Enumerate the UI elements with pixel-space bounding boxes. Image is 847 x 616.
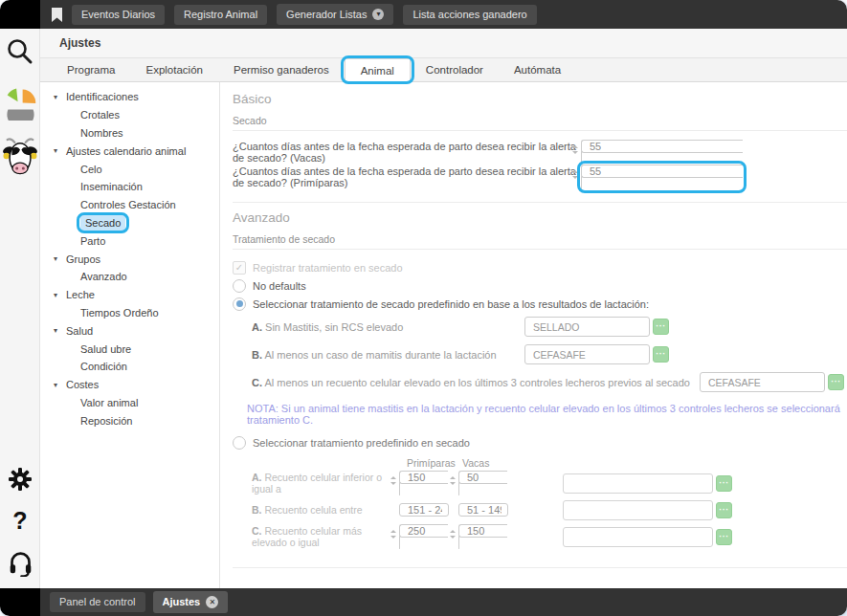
primiparas-threshold-a-value[interactable] [400, 472, 448, 483]
radio-button-unselected[interactable] [233, 436, 246, 450]
checkbox-checked-disabled-icon[interactable]: ✓ [233, 261, 246, 275]
sidebar-item-identificaciones[interactable]: ▾Identificaciones [40, 88, 219, 106]
treatment-input-b[interactable] [524, 344, 650, 364]
primiparas-range-b-input[interactable] [399, 503, 449, 517]
sidebar-item-valor-animal[interactable]: Valor animal [40, 394, 219, 412]
sidebar-item-parto[interactable]: Parto [40, 231, 219, 250]
vacas-days-value[interactable] [582, 141, 743, 152]
sidebar-item-label: Valor animal [80, 397, 138, 408]
predefined-treatment-b-value[interactable] [564, 501, 712, 519]
spinner-arrows[interactable] [390, 476, 396, 485]
predefined-treatment-c-input[interactable] [563, 527, 713, 547]
bottombar-tab-panel-de-control[interactable]: Panel de control [50, 592, 145, 612]
treatment-input-c[interactable] [700, 372, 825, 392]
setting-row-vacas: ¿Cuantos días antes de la fecha esperada… [233, 140, 847, 165]
tab-programa[interactable]: Programa [52, 58, 131, 81]
primiparas-days-value[interactable] [582, 165, 743, 177]
vacas-range-b-value[interactable] [459, 504, 507, 516]
radio-button-selected[interactable] [233, 297, 246, 311]
sidebar-item-nombres[interactable]: Nombres [40, 124, 219, 143]
tree-expand-icon[interactable]: ▾ [54, 93, 66, 101]
primiparas-days-input[interactable] [581, 165, 743, 189]
sidebar-item-secado[interactable]: Secado [40, 214, 219, 232]
predefined-treatment-c-value[interactable] [564, 528, 712, 546]
sidebar-item-label: Grupos [66, 253, 100, 265]
primiparas-threshold-c-value[interactable] [400, 525, 448, 537]
tree-expand-icon[interactable]: ▾ [54, 381, 66, 389]
treatment-picker-button[interactable]: ··· [653, 319, 669, 335]
tab-permiso-ganaderos[interactable]: Permiso ganaderos [218, 58, 345, 81]
predefined-treatment-a-value[interactable] [564, 474, 712, 493]
search-icon[interactable] [0, 36, 40, 67]
vacas-threshold-a-input[interactable] [458, 471, 507, 495]
sidebar-item-leche[interactable]: ▾Leche [40, 286, 219, 304]
topbar-button-generador-listas[interactable]: Generador Listas ▾ [277, 4, 393, 25]
sidebar-item-celo[interactable]: Celo [40, 160, 219, 178]
sidebar-item-salud-ubre[interactable]: Salud ubre [40, 340, 219, 358]
tab-automata[interactable]: Autómata [499, 58, 576, 81]
sidebar-item-ajustes-calendario-animal[interactable]: ▾Ajustes calendario animal [40, 142, 219, 160]
radio-label: Seleccionar tratamiento de secado predef… [253, 298, 649, 310]
bottombar-tab-label: Ajustes [163, 597, 201, 607]
spinner-arrows[interactable] [572, 170, 578, 179]
vacas-threshold-a-value[interactable] [459, 472, 507, 483]
chevron-down-icon[interactable]: ▾ [372, 9, 384, 20]
tab-animal[interactable]: Animal [345, 58, 411, 82]
sidebar-item-controles-gestacion[interactable]: Controles Gestación [40, 196, 219, 214]
topbar-button-registro-animal[interactable]: Registro Animal [174, 5, 267, 25]
gear-icon[interactable] [0, 467, 40, 492]
sidebar-item-grupos[interactable]: ▾Grupos [40, 250, 219, 268]
topbar-button-lista-acciones[interactable]: Lista acciones ganadero [403, 5, 536, 25]
sidebar-item-label: Ajustes calendario animal [66, 145, 186, 157]
predefined-treatment-b-input[interactable] [563, 500, 713, 520]
treatment-picker-button[interactable]: ··· [716, 475, 732, 492]
pie-chart-icon[interactable] [0, 86, 40, 121]
sidebar-item-salud[interactable]: ▾Salud [40, 321, 219, 340]
spinner-arrows[interactable] [450, 530, 456, 539]
treatment-picker-button[interactable]: ··· [828, 374, 844, 390]
sidebar-item-inseminacion[interactable]: Inseminación [40, 178, 219, 196]
treatment-picker-button[interactable]: ··· [716, 502, 732, 518]
primiparas-threshold-c-input[interactable] [399, 524, 448, 549]
treatment-value-c[interactable] [701, 373, 824, 391]
spinner-arrows[interactable] [390, 530, 396, 539]
sidebar-item-costes[interactable]: ▾Costes [40, 376, 219, 394]
treatment-value-a[interactable] [525, 318, 649, 336]
radio-row-no-defaults: No defaults [233, 276, 847, 295]
treatment-picker-button[interactable]: ··· [716, 529, 732, 545]
table-row-b: B. Recuento celula entre ··· [252, 498, 847, 521]
sidebar-item-reposicion[interactable]: Reposición [40, 411, 219, 429]
vacas-threshold-c-value[interactable] [459, 525, 507, 537]
bottombar-tab-ajustes[interactable]: Ajustes ✕ [153, 591, 229, 613]
primiparas-threshold-a-input[interactable] [399, 471, 448, 495]
close-icon[interactable]: ✕ [206, 596, 218, 608]
table-row-label: C. Recuento celular más elevado o igual [252, 525, 399, 548]
cow-icon[interactable] [0, 138, 40, 178]
primiparas-range-b-value[interactable] [400, 504, 448, 516]
vacas-days-input[interactable] [581, 140, 743, 165]
treatment-input-a[interactable] [524, 317, 650, 337]
sidebar-item-condicion[interactable]: Condición [40, 358, 219, 376]
tree-expand-icon[interactable]: ▾ [54, 254, 66, 263]
sidebar-item-avanzado[interactable]: Avanzado [40, 268, 219, 286]
sidebar-item-crotales[interactable]: Crotales [40, 106, 219, 124]
tab-controlador[interactable]: Controlador [411, 58, 499, 81]
spinner-arrows[interactable] [450, 476, 456, 485]
setting-label-vacas: ¿Cuantos días antes de la fecha esperada… [233, 141, 581, 164]
treatment-value-b[interactable] [525, 345, 649, 363]
treatment-picker-button[interactable]: ··· [653, 346, 669, 363]
tree-expand-icon[interactable]: ▾ [54, 326, 66, 335]
tab-explotacion[interactable]: Explotación [131, 58, 218, 81]
tree-expand-icon[interactable]: ▾ [54, 291, 66, 299]
vacas-range-b-input[interactable] [458, 503, 508, 517]
predefined-treatment-a-input[interactable] [563, 473, 713, 494]
spinner-arrows[interactable] [572, 145, 578, 154]
headset-icon[interactable] [0, 550, 40, 577]
tree-expand-icon[interactable]: ▾ [54, 146, 66, 155]
topbar-button-eventos-diarios[interactable]: Eventos Diarios [72, 5, 165, 25]
bookmark-icon[interactable] [52, 8, 62, 22]
sidebar-item-tiempos-ordeno[interactable]: Tiempos Ordeño [40, 304, 219, 322]
radio-button-unselected[interactable] [233, 279, 246, 293]
vacas-threshold-c-input[interactable] [458, 524, 507, 549]
help-icon[interactable]: ? [0, 507, 40, 535]
